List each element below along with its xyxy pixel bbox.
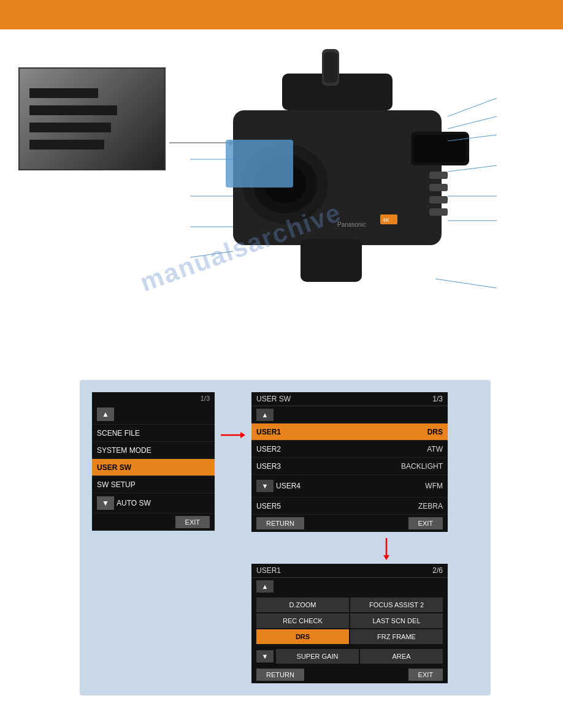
svg-line-21 [435,279,497,288]
user-sw-panel: USER SW 1/3 ▲ USER1 DRS USER2 ATW USER3 … [251,392,448,532]
user-sw-down-btn[interactable]: ▼ [256,480,274,492]
header-bar [0,0,563,29]
user1-btn-7[interactable]: AREA [360,649,443,664]
user1-page: 2/6 [432,566,443,575]
user1-btn-2[interactable]: REC CHECK [256,613,349,628]
camera-diagram: Panasonic 4K [172,37,515,343]
user1-footer: RETURN EXIT [251,666,448,683]
user1-btn-1[interactable]: FOCUS ASSIST 2 [350,597,443,612]
red-down-arrow-svg [380,538,393,560]
user-sw-item-3-value: WFM [425,482,443,490]
user1-btn-5[interactable]: FRZ FRAME [350,629,443,644]
left-menu-up-btn[interactable]: ▲ [97,408,114,421]
user-sw-item-4-value: ZEBRA [418,502,443,510]
left-menu-page: 1/3 [201,395,210,402]
user-sw-title: USER SW [256,395,291,403]
left-menu-item-0[interactable]: SCENE FILE [92,425,215,442]
user-sw-item-3[interactable]: USER4 WFM [276,477,443,495]
user-sw-item-2[interactable]: USER3 BACKLIGHT [251,458,448,475]
user1-btn-4[interactable]: DRS [256,629,349,644]
user1-exit-btn[interactable]: EXIT [408,669,443,681]
user-sw-header: USER SW 1/3 [251,392,448,406]
user-sw-item-0-value: DRS [427,428,443,436]
left-menu-item-4-label: AUTO SW [117,499,210,507]
user1-up-row[interactable]: ▲ [251,578,448,595]
screen-line-3 [29,123,111,132]
user1-down-btn[interactable]: ▼ [256,650,274,662]
left-menu-header: 1/3 [92,392,215,404]
left-menu-item-2[interactable]: USER SW [92,459,215,476]
left-menu-down-item-4[interactable]: ▼ AUTO SW [92,493,215,514]
user1-down-row[interactable]: ▼ SUPER GAIN AREA [251,646,448,666]
user-sw-item-2-name: USER3 [256,462,401,471]
screen-line-1 [29,88,98,98]
svg-rect-12 [429,196,448,203]
right-column: USER SW 1/3 ▲ USER1 DRS USER2 ATW USER3 … [251,392,448,683]
user1-panel: USER1 2/6 ▲ D.ZOOM FOCUS ASSIST 2 REC CH… [251,564,448,683]
user1-btn-6[interactable]: SUPER GAIN [276,649,359,664]
user-sw-up-row[interactable]: ▲ [251,406,448,423]
svg-text:Panasonic: Panasonic [337,221,366,228]
user1-button-grid: D.ZOOM FOCUS ASSIST 2 REC CHECK LAST SCN… [251,595,448,646]
svg-rect-8 [324,52,337,83]
user-sw-footer: RETURN EXIT [251,515,448,532]
svg-line-25 [190,251,233,257]
left-menu-item-1[interactable]: SYSTEM MODE [92,442,215,459]
svg-rect-9 [226,140,293,188]
svg-marker-32 [383,555,389,560]
user-sw-up-btn[interactable]: ▲ [256,409,274,421]
user-sw-item-0-name: USER1 [256,428,427,436]
svg-rect-5 [414,135,466,162]
arrow-right-1 [221,392,245,441]
arrow-down-1 [251,537,448,564]
screen-line-2 [29,105,117,115]
user-sw-item-3-name: USER4 [276,482,425,490]
user-sw-item-1-name: USER2 [256,445,427,453]
user1-btn-0[interactable]: D.ZOOM [256,597,349,612]
user-sw-return-btn[interactable]: RETURN [256,517,304,529]
svg-rect-11 [429,184,448,191]
user-sw-item-4-name: USER5 [256,502,418,510]
user-sw-item-2-value: BACKLIGHT [401,462,443,471]
left-menu-item-1-label: SYSTEM MODE [97,446,210,455]
svg-line-18 [448,165,497,172]
screen-line-4 [29,140,104,150]
left-menu-footer: EXIT [92,514,215,531]
user-sw-page: 1/3 [432,395,443,403]
user1-btn-3[interactable]: LAST SCN DEL [350,613,443,628]
left-menu-item-3-label: SW SETUP [97,480,210,489]
svg-text:4K: 4K [383,217,389,223]
svg-line-15 [448,98,497,116]
svg-rect-14 [301,239,362,282]
left-menu-exit-btn[interactable]: EXIT [175,516,210,528]
left-menu-down-btn[interactable]: ▼ [97,496,114,510]
user1-return-btn[interactable]: RETURN [256,669,304,681]
user1-title: USER1 [256,566,281,575]
left-menu-item-2-label: USER SW [97,463,210,472]
user1-header: USER1 2/6 [251,564,448,578]
menus-section: 1/3 ▲ SCENE FILE SYSTEM MODE USER SW SW … [80,380,491,696]
user-sw-item-1[interactable]: USER2 ATW [251,441,448,458]
left-menu-item-0-label: SCENE FILE [97,429,210,438]
user-sw-item-4[interactable]: USER5 ZEBRA [251,498,448,515]
user-sw-item-0[interactable]: USER1 DRS [251,423,448,441]
red-right-arrow-svg [221,429,245,441]
left-menu-up-row[interactable]: ▲ [92,404,215,425]
svg-rect-13 [429,208,448,216]
user-sw-exit-btn[interactable]: EXIT [408,517,443,529]
user-sw-item-1-value: ATW [427,445,443,453]
svg-rect-10 [429,172,448,179]
left-menu-panel: 1/3 ▲ SCENE FILE SYSTEM MODE USER SW SW … [92,392,215,531]
user1-up-btn[interactable]: ▲ [256,580,274,593]
svg-line-16 [448,116,497,129]
screen-mockup [18,67,166,170]
svg-marker-30 [240,432,245,438]
user-sw-down-item-3[interactable]: ▼ USER4 WFM [251,475,448,498]
left-menu-item-3[interactable]: SW SETUP [92,476,215,493]
